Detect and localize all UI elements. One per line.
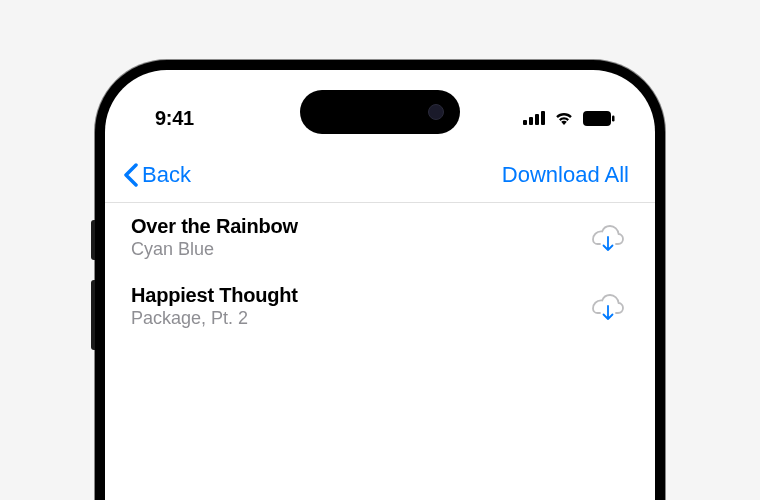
back-label: Back [142,162,191,188]
chevron-left-icon [123,163,138,187]
track-title: Over the Rainbow [131,215,587,238]
list-item-text: Happiest Thought Package, Pt. 2 [131,284,587,329]
nav-bar: Back Download All [105,138,655,203]
status-time: 9:41 [155,107,194,130]
svg-rect-2 [535,114,539,125]
list-item[interactable]: Over the Rainbow Cyan Blue [105,203,655,272]
svg-rect-3 [541,111,545,125]
list-item[interactable]: Happiest Thought Package, Pt. 2 [105,272,655,341]
cloud-download-icon [591,224,625,252]
track-subtitle: Package, Pt. 2 [131,308,587,329]
download-button[interactable] [587,289,629,325]
svg-rect-0 [523,120,527,125]
svg-rect-1 [529,117,533,125]
screen: 9:41 [105,70,655,500]
svg-rect-5 [612,115,615,121]
battery-icon [583,111,615,126]
wifi-icon [553,110,575,126]
download-all-button[interactable]: Download All [502,162,629,188]
download-button[interactable] [587,220,629,256]
svg-rect-4 [583,111,611,126]
dynamic-island [300,90,460,134]
phone-frame: 9:41 [95,60,665,500]
list-item-text: Over the Rainbow Cyan Blue [131,215,587,260]
phone-body: 9:41 [95,60,665,500]
cellular-signal-icon [523,111,545,125]
track-title: Happiest Thought [131,284,587,307]
cloud-download-icon [591,293,625,321]
back-button[interactable]: Back [123,162,191,188]
track-list: Over the Rainbow Cyan Blue [105,203,655,341]
track-subtitle: Cyan Blue [131,239,587,260]
status-icons [523,110,615,126]
